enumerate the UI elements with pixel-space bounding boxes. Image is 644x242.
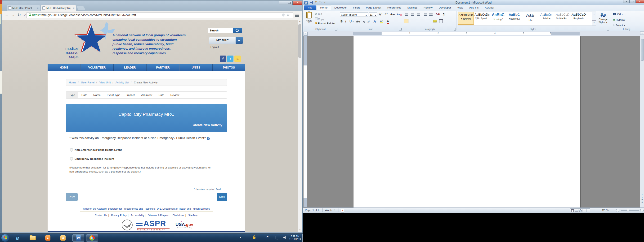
nav-item-partner[interactable]: PARTNER [146,64,180,71]
aspr-logo[interactable]: ASPR ASSISTANT SECRETARY FOR [136,220,170,232]
scroll-down-arrow[interactable]: ▼ [640,193,644,196]
gallery-down-icon[interactable]: ▼ [592,16,596,20]
tab-close-icon[interactable]: × [37,7,38,9]
twitter-icon[interactable]: t [227,56,234,62]
search-button[interactable] [233,28,242,33]
radio-non-emergency[interactable] [70,148,73,151]
previous-page-button[interactable]: ▲▲ [640,197,644,200]
justify-icon[interactable] [420,20,424,22]
document-scrollbar[interactable]: ▲ ▼ ▲▲ ▼▼ [640,31,644,208]
ruler-right-margin[interactable] [552,32,580,35]
footer-link-viewers[interactable]: Viewers & Players [148,214,168,217]
radio-label-non-emergency[interactable]: Non-Emergency/Public Health Event [74,148,122,151]
tab-selector[interactable]: L [304,32,308,36]
styles-gallery-scroll[interactable]: ▲ ▼ ▼ [592,11,596,26]
ribbon-tab-insert[interactable]: Insert [350,5,363,10]
new-tab-button[interactable] [77,6,85,10]
font-name-combobox[interactable]: Calibri (Body)▼ [340,12,368,17]
ribbon-tab-page-layout[interactable]: Page Layout [363,5,384,10]
taskbar-media-player-icon[interactable]: ▶ [42,235,53,242]
breadcrumb-activity-list[interactable]: Activity List [116,81,129,84]
shading-icon[interactable] [433,20,437,22]
scroll-down-arrow[interactable]: ▼ [298,229,302,231]
font-size-combobox[interactable]: 11▼ [369,12,377,17]
zoom-level[interactable]: 125% [602,209,608,212]
radio-emergency[interactable] [70,157,73,160]
step-tab-event-type[interactable]: Event Type [104,92,123,98]
increase-indent-icon[interactable] [429,13,432,16]
facebook-icon[interactable]: f [220,56,226,62]
next-button[interactable]: Next [217,193,227,201]
paste-button[interactable]: Paste ▼ [304,12,314,28]
style-subtle-emphasis[interactable]: AaBbCcDSubtle Em... [554,12,570,25]
view-web-layout-button[interactable] [578,208,582,212]
start-button[interactable] [2,234,9,242]
superscript-button[interactable]: x² [368,20,370,23]
borders-icon[interactable] [439,19,443,23]
ribbon-tab-file[interactable]: File [304,5,316,10]
scroll-up-arrow[interactable]: ▲ [298,20,302,22]
ribbon-tab-developer-1[interactable]: Developer [331,5,350,10]
chrome-menu-button[interactable] [295,14,299,14]
sort-icon[interactable]: AZ↓ [436,12,440,15]
taskbar-outlook-icon[interactable]: O [58,235,68,242]
copy-button[interactable]: Copy [315,17,324,20]
step-tab-rate[interactable]: Rate [155,92,167,98]
shield-icon[interactable] [282,13,284,17]
gallery-expand-icon[interactable]: ▼ [592,20,596,25]
taskbar-clock[interactable]: 8:49 AM 11/18/2015 [288,235,302,241]
step-tab-volunteer[interactable]: Volunteer [138,92,156,98]
step-tab-name[interactable]: Name [90,92,104,98]
document-page[interactable] [353,36,580,208]
show-desktop-button[interactable] [302,234,303,242]
styles-dialog-launcher[interactable] [607,28,609,30]
find-button[interactable]: Find ▼ [613,12,623,15]
zoom-in-button[interactable]: + [640,209,644,212]
step-tab-type[interactable]: Type [66,92,78,98]
breadcrumb-view-unit[interactable]: View Unit [99,81,110,84]
next-page-button[interactable]: ▼▼ [640,200,644,204]
align-right-icon[interactable] [415,20,418,22]
clear-formatting-button[interactable]: Aa [397,13,402,16]
footer-link-privacy[interactable]: Privacy Policy [111,214,127,217]
text-effects-button[interactable]: A [374,19,376,23]
hhs-seal-logo[interactable] [122,220,133,231]
nav-item-units[interactable]: UNITS [180,64,212,71]
ribbon-tab-references[interactable]: References [384,5,404,10]
taskbar-chrome-button[interactable] [86,235,98,242]
footer-link-contact[interactable]: Contact Us [95,214,107,217]
breadcrumb-home[interactable]: Home [69,81,76,84]
style-emphasis[interactable]: AaBbCcDEmphasis [570,12,587,25]
strikethrough-button[interactable]: abe [356,20,360,23]
browser-tab-active[interactable]: MRC Unit Activity Reporti × [41,5,76,11]
ribbon-tab-developer-2[interactable]: Developer [436,5,454,10]
style-title[interactable]: AaBTitle [522,12,538,25]
usagov-logo[interactable]: ★ USA.gov Government Made Easy [176,222,199,229]
nav-item-volunteer[interactable]: VOLUNTEER [80,64,114,71]
cut-button[interactable]: Cut [315,12,322,15]
radio-label-emergency[interactable]: Emergency Response Incident [74,157,114,160]
footer-link-disclaimer[interactable]: Disclaimer [172,214,184,217]
underline-caret-icon[interactable]: ▼ [352,21,354,23]
clipboard-dialog-launcher[interactable] [335,28,338,30]
vertical-ruler[interactable] [304,36,307,207]
tab-close-icon[interactable]: × [73,7,74,9]
zoom-out-button[interactable]: − [616,209,620,212]
back-button[interactable]: ← [4,12,10,18]
mrc-logo[interactable] [76,22,118,63]
view-ruler-toggle[interactable] [640,31,644,35]
window-close-button[interactable]: × [292,1,302,5]
nav-item-photos[interactable]: PHOTOS [212,64,245,71]
tray-lock-icon[interactable] [253,237,256,239]
browser-tab-inactive[interactable]: MRC User Panel × [7,5,40,11]
select-button[interactable]: ↖ Select ▼ [613,24,625,27]
browser-scrollbar[interactable]: ▲ ▼ [298,20,302,232]
bullet-list-icon[interactable] [405,13,408,16]
ribbon-tab-acrobat[interactable]: Acrobat [482,5,498,10]
horizontal-ruler[interactable]: L 1 2 3 4 5 6 [303,31,644,36]
decrease-indent-icon[interactable] [424,13,427,16]
subscript-button[interactable]: x₂ [363,20,365,23]
show-paragraph-marks-icon[interactable]: ¶ [443,12,445,16]
style-no-spacing[interactable]: AaBbCcDc¶ No Spaci... [474,12,490,25]
style-normal[interactable]: AaBbCcDc¶ Normal [458,12,474,25]
